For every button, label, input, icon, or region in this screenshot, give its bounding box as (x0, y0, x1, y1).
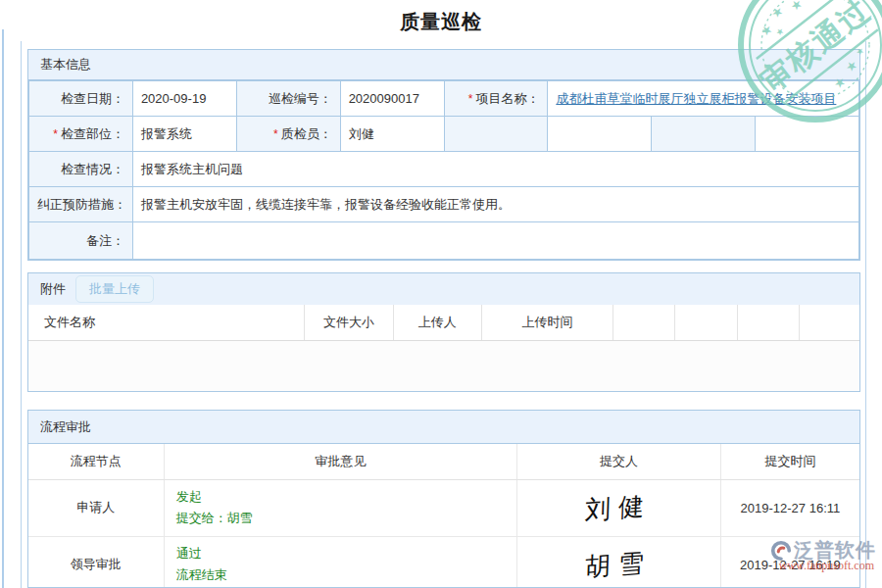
attachments-col-empty-2 (675, 305, 738, 340)
inspector-value: 刘健 (340, 117, 444, 152)
basic-info-title: 基本信息 (40, 56, 91, 74)
project-name-cell: 成都杜甫草堂临时展厅独立展柜报警设备安装项目 (548, 81, 859, 117)
flow-opinion: 通过 流程结束 (164, 536, 516, 588)
flow-opinion-line1: 发起 (176, 486, 516, 508)
attachments-empty-area (28, 341, 859, 391)
basic-info-section: 基本信息 检查日期： 2020-09-19 巡检编号： 2020090017 *… (27, 49, 860, 261)
required-asterisk: * (468, 92, 473, 106)
flow-node: 申请人 (28, 479, 164, 536)
required-asterisk: * (53, 127, 58, 141)
basic-info-table: 检查日期： 2020-09-19 巡检编号： 2020090017 *项目名称：… (28, 80, 859, 260)
remark-value (132, 222, 858, 260)
situation-label: 检查情况： (29, 152, 133, 187)
patrol-no-label: 巡检编号： (236, 81, 340, 117)
inspector-label: *质检员： (236, 117, 340, 152)
patrol-no-value: 2020090017 (340, 81, 444, 117)
attachments-table: 文件名称 文件大小 上传人 上传时间 (28, 305, 859, 341)
flow-submit-time: 2019-12-27 16:19 (720, 536, 859, 588)
remark-label: 备注： (29, 222, 133, 260)
attachments-col-empty-1 (613, 305, 675, 340)
flow-node: 领导审批 (28, 536, 164, 588)
content-right-border (865, 41, 866, 588)
basic-info-header: 基本信息 (28, 50, 859, 80)
flow-col-node: 流程节点 (28, 444, 164, 479)
handwritten-signature: 胡雪 (585, 545, 653, 584)
handwritten-signature: 刘健 (585, 488, 653, 527)
empty-value-cell-2 (756, 117, 859, 152)
attachments-title: 附件 (40, 280, 66, 298)
check-part-label: *检查部位： (29, 117, 133, 152)
attachments-col-upload-time: 上传时间 (481, 305, 613, 340)
batch-upload-button[interactable]: 批量上传 (75, 275, 154, 303)
approval-flow-header: 流程审批 (28, 411, 859, 444)
project-name-label: *项目名称： (444, 81, 548, 117)
page-title: 质量巡检 (0, 9, 882, 35)
flow-opinion: 发起 提交给：胡雪 (164, 479, 516, 536)
attachments-col-empty-4 (799, 305, 859, 340)
approval-flow-table: 流程节点 审批意见 提交人 提交时间 申请人 发起 提交给：胡雪 刘健 2019… (28, 444, 859, 588)
attachments-col-empty-3 (737, 305, 799, 340)
measures-value: 报警主机安放牢固，线缆连接牢靠，报警设备经验收能正常使用。 (132, 187, 858, 222)
required-asterisk: * (273, 127, 278, 141)
check-date-label: 检查日期： (29, 81, 133, 117)
page-left-border (2, 29, 4, 588)
quality-inspection-page: 质量巡检 基本信息 检查日期： 2020-09-19 巡检编号： 2020090… (0, 0, 882, 588)
attachments-header: 附件 批量上传 (28, 273, 859, 305)
approval-flow-title: 流程审批 (40, 418, 91, 436)
flow-opinion-line2: 提交给：胡雪 (176, 508, 516, 529)
approval-flow-section: 流程审批 流程节点 审批意见 提交人 提交时间 申请人 发起 提交给：胡雪 刘健 (27, 410, 860, 588)
project-link[interactable]: 成都杜甫草堂临时展厅独立展柜报警设备安装项目 (556, 91, 836, 106)
flow-col-submitter: 提交人 (517, 444, 721, 479)
flow-submit-time: 2019-12-27 16:11 (720, 479, 859, 536)
measures-label: 纠正预防措施： (29, 187, 133, 222)
flow-signature-cell: 刘健 (517, 479, 721, 536)
attachments-col-file-size: 文件大小 (305, 305, 394, 340)
content-left-border (21, 41, 22, 588)
situation-value: 报警系统主机问题 (132, 152, 858, 187)
flow-col-opinion: 审批意见 (164, 444, 516, 479)
flow-opinion-line2: 流程结束 (176, 564, 516, 586)
flow-col-time: 提交时间 (720, 444, 859, 479)
check-part-value: 报警系统 (132, 117, 236, 152)
attachments-col-file-name: 文件名称 (28, 305, 305, 340)
flow-row-leader-approval: 领导审批 通过 流程结束 胡雪 2019-12-27 16:19 (28, 536, 859, 588)
attachments-section: 附件 批量上传 文件名称 文件大小 上传人 上传时间 (27, 272, 860, 392)
check-date-value: 2020-09-19 (132, 81, 236, 117)
attachments-col-uploader: 上传人 (393, 305, 481, 340)
empty-value-cell-1 (548, 117, 652, 152)
empty-label-cell-1 (444, 117, 548, 152)
empty-label-cell-2 (652, 117, 756, 152)
flow-signature-cell: 胡雪 (517, 536, 721, 588)
flow-row-applicant: 申请人 发起 提交给：胡雪 刘健 2019-12-27 16:11 (28, 479, 859, 536)
flow-opinion-line1: 通过 (176, 543, 516, 564)
